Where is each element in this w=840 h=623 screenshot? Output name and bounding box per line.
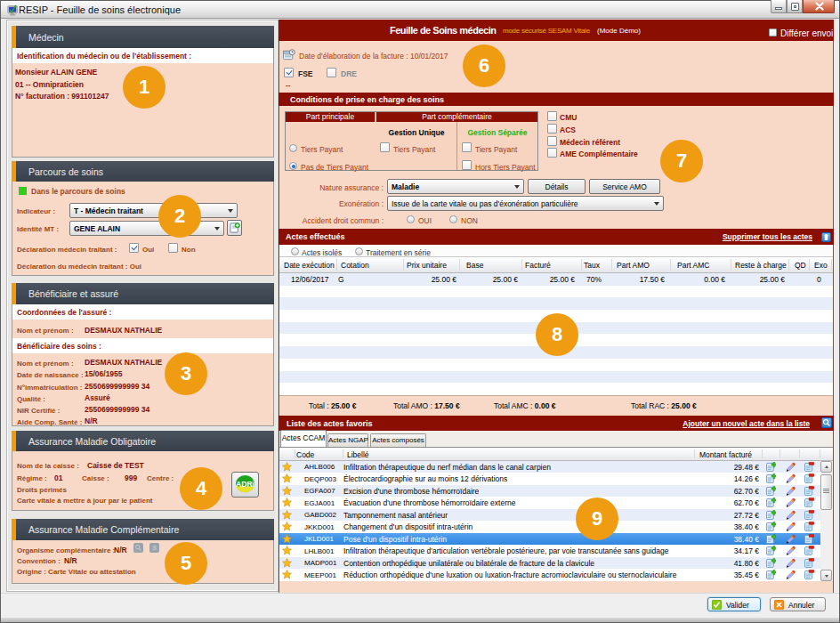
svg-text:ADRi: ADRi [236,480,254,489]
